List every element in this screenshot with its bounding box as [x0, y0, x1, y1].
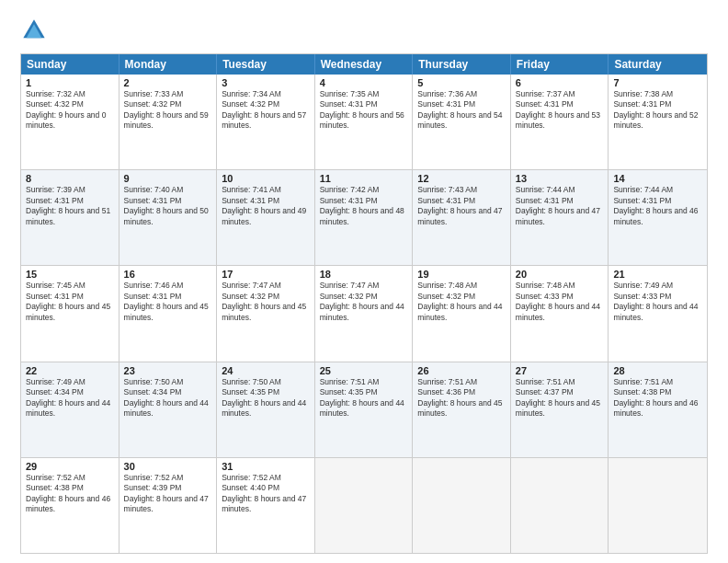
cell-info: Sunrise: 7:52 AMSunset: 4:38 PMDaylight:… — [26, 473, 114, 515]
day-number: 13 — [516, 173, 604, 184]
day-number: 3 — [222, 77, 310, 88]
cal-cell: 16Sunrise: 7:46 AMSunset: 4:31 PMDayligh… — [119, 266, 218, 361]
cell-info: Sunrise: 7:33 AMSunset: 4:32 PMDaylight:… — [124, 89, 212, 132]
cell-info: Sunrise: 7:52 AMSunset: 4:39 PMDaylight:… — [124, 473, 212, 515]
cell-info: Sunrise: 7:47 AMSunset: 4:32 PMDaylight:… — [222, 281, 310, 323]
cal-cell: 13Sunrise: 7:44 AMSunset: 4:31 PMDayligh… — [511, 170, 609, 265]
cell-info: Sunrise: 7:51 AMSunset: 4:37 PMDaylight:… — [516, 377, 604, 419]
cell-info: Sunrise: 7:44 AMSunset: 4:31 PMDaylight:… — [516, 185, 604, 227]
cal-cell: 11Sunrise: 7:42 AMSunset: 4:31 PMDayligh… — [315, 170, 414, 265]
calendar: SundayMondayTuesdayWednesdayThursdayFrid… — [20, 53, 708, 554]
day-number: 2 — [124, 77, 212, 88]
cell-info: Sunrise: 7:51 AMSunset: 4:35 PMDaylight:… — [320, 377, 408, 419]
cell-info: Sunrise: 7:49 AMSunset: 4:34 PMDaylight:… — [26, 377, 114, 419]
cal-cell: 20Sunrise: 7:48 AMSunset: 4:33 PMDayligh… — [511, 266, 609, 361]
cell-info: Sunrise: 7:37 AMSunset: 4:31 PMDaylight:… — [516, 89, 604, 132]
cell-info: Sunrise: 7:35 AMSunset: 4:31 PMDaylight:… — [320, 89, 408, 132]
day-number: 17 — [222, 269, 310, 280]
cell-info: Sunrise: 7:48 AMSunset: 4:33 PMDaylight:… — [516, 281, 604, 323]
day-number: 9 — [124, 173, 212, 184]
day-number: 5 — [417, 77, 506, 88]
cell-info: Sunrise: 7:52 AMSunset: 4:40 PMDaylight:… — [222, 473, 310, 515]
cal-cell: 28Sunrise: 7:51 AMSunset: 4:38 PMDayligh… — [609, 362, 707, 457]
cell-info: Sunrise: 7:39 AMSunset: 4:31 PMDaylight:… — [26, 185, 114, 227]
day-number: 12 — [417, 173, 506, 184]
cal-cell: 2Sunrise: 7:33 AMSunset: 4:32 PMDaylight… — [119, 75, 218, 169]
week-row-4: 22Sunrise: 7:49 AMSunset: 4:34 PMDayligh… — [21, 362, 707, 458]
cal-cell — [511, 458, 609, 553]
cal-cell: 27Sunrise: 7:51 AMSunset: 4:37 PMDayligh… — [511, 362, 609, 457]
cell-info: Sunrise: 7:49 AMSunset: 4:33 PMDaylight:… — [613, 281, 702, 323]
day-number: 25 — [320, 365, 408, 376]
cell-info: Sunrise: 7:34 AMSunset: 4:32 PMDaylight:… — [222, 89, 310, 132]
logo-icon — [20, 17, 48, 44]
day-number: 26 — [417, 365, 506, 376]
cal-cell: 25Sunrise: 7:51 AMSunset: 4:35 PMDayligh… — [315, 362, 414, 457]
cell-info: Sunrise: 7:45 AMSunset: 4:31 PMDaylight:… — [26, 281, 114, 323]
cal-cell: 26Sunrise: 7:51 AMSunset: 4:36 PMDayligh… — [413, 362, 511, 457]
cell-info: Sunrise: 7:47 AMSunset: 4:32 PMDaylight:… — [320, 281, 408, 323]
logo — [20, 17, 51, 44]
cal-cell: 24Sunrise: 7:50 AMSunset: 4:35 PMDayligh… — [217, 362, 315, 457]
day-number: 21 — [613, 269, 702, 280]
day-number: 7 — [613, 77, 702, 88]
cal-cell: 3Sunrise: 7:34 AMSunset: 4:32 PMDaylight… — [217, 75, 315, 169]
day-number: 31 — [222, 461, 310, 472]
day-number: 14 — [613, 173, 702, 184]
day-number: 20 — [516, 269, 604, 280]
header-day-tuesday: Tuesday — [217, 54, 315, 75]
calendar-header: SundayMondayTuesdayWednesdayThursdayFrid… — [21, 54, 707, 75]
cell-info: Sunrise: 7:46 AMSunset: 4:31 PMDaylight:… — [124, 281, 212, 323]
cell-info: Sunrise: 7:36 AMSunset: 4:31 PMDaylight:… — [417, 89, 506, 132]
cell-info: Sunrise: 7:42 AMSunset: 4:31 PMDaylight:… — [320, 185, 408, 227]
cal-cell: 9Sunrise: 7:40 AMSunset: 4:31 PMDaylight… — [119, 170, 218, 265]
header-day-sunday: Sunday — [21, 54, 119, 75]
week-row-5: 29Sunrise: 7:52 AMSunset: 4:38 PMDayligh… — [21, 458, 707, 553]
cal-cell: 31Sunrise: 7:52 AMSunset: 4:40 PMDayligh… — [217, 458, 315, 553]
cal-cell: 5Sunrise: 7:36 AMSunset: 4:31 PMDaylight… — [413, 75, 511, 169]
cal-cell: 29Sunrise: 7:52 AMSunset: 4:38 PMDayligh… — [21, 458, 119, 553]
header-day-friday: Friday — [511, 54, 609, 75]
cal-cell: 23Sunrise: 7:50 AMSunset: 4:34 PMDayligh… — [119, 362, 218, 457]
calendar-body: 1Sunrise: 7:32 AMSunset: 4:32 PMDaylight… — [21, 75, 707, 553]
cal-cell: 17Sunrise: 7:47 AMSunset: 4:32 PMDayligh… — [217, 266, 315, 361]
cell-info: Sunrise: 7:41 AMSunset: 4:31 PMDaylight:… — [222, 185, 310, 227]
cal-cell: 8Sunrise: 7:39 AMSunset: 4:31 PMDaylight… — [21, 170, 119, 265]
cal-cell: 1Sunrise: 7:32 AMSunset: 4:32 PMDaylight… — [21, 75, 119, 169]
day-number: 30 — [124, 461, 212, 472]
cal-cell: 21Sunrise: 7:49 AMSunset: 4:33 PMDayligh… — [609, 266, 707, 361]
cal-cell: 19Sunrise: 7:48 AMSunset: 4:32 PMDayligh… — [413, 266, 511, 361]
header-day-monday: Monday — [119, 54, 218, 75]
cell-info: Sunrise: 7:51 AMSunset: 4:38 PMDaylight:… — [613, 377, 702, 419]
cal-cell: 22Sunrise: 7:49 AMSunset: 4:34 PMDayligh… — [21, 362, 119, 457]
week-row-3: 15Sunrise: 7:45 AMSunset: 4:31 PMDayligh… — [21, 266, 707, 362]
cell-info: Sunrise: 7:50 AMSunset: 4:34 PMDaylight:… — [124, 377, 212, 419]
header-day-saturday: Saturday — [609, 54, 707, 75]
day-number: 6 — [516, 77, 604, 88]
cal-cell: 6Sunrise: 7:37 AMSunset: 4:31 PMDaylight… — [511, 75, 609, 169]
cal-cell: 4Sunrise: 7:35 AMSunset: 4:31 PMDaylight… — [315, 75, 414, 169]
cell-info: Sunrise: 7:51 AMSunset: 4:36 PMDaylight:… — [417, 377, 506, 419]
cal-cell: 30Sunrise: 7:52 AMSunset: 4:39 PMDayligh… — [119, 458, 218, 553]
day-number: 23 — [124, 365, 212, 376]
day-number: 22 — [26, 365, 114, 376]
cal-cell: 12Sunrise: 7:43 AMSunset: 4:31 PMDayligh… — [413, 170, 511, 265]
cell-info: Sunrise: 7:38 AMSunset: 4:31 PMDaylight:… — [613, 89, 702, 132]
cell-info: Sunrise: 7:48 AMSunset: 4:32 PMDaylight:… — [417, 281, 506, 323]
day-number: 11 — [320, 173, 408, 184]
day-number: 10 — [222, 173, 310, 184]
day-number: 19 — [417, 269, 506, 280]
day-number: 24 — [222, 365, 310, 376]
header-day-wednesday: Wednesday — [315, 54, 414, 75]
header-day-thursday: Thursday — [413, 54, 511, 75]
cell-info: Sunrise: 7:50 AMSunset: 4:35 PMDaylight:… — [222, 377, 310, 419]
cal-cell — [413, 458, 511, 553]
week-row-2: 8Sunrise: 7:39 AMSunset: 4:31 PMDaylight… — [21, 170, 707, 266]
day-number: 18 — [320, 269, 408, 280]
cell-info: Sunrise: 7:43 AMSunset: 4:31 PMDaylight:… — [417, 185, 506, 227]
cal-cell: 18Sunrise: 7:47 AMSunset: 4:32 PMDayligh… — [315, 266, 414, 361]
cal-cell: 15Sunrise: 7:45 AMSunset: 4:31 PMDayligh… — [21, 266, 119, 361]
day-number: 28 — [613, 365, 702, 376]
day-number: 29 — [26, 461, 114, 472]
cal-cell: 10Sunrise: 7:41 AMSunset: 4:31 PMDayligh… — [217, 170, 315, 265]
